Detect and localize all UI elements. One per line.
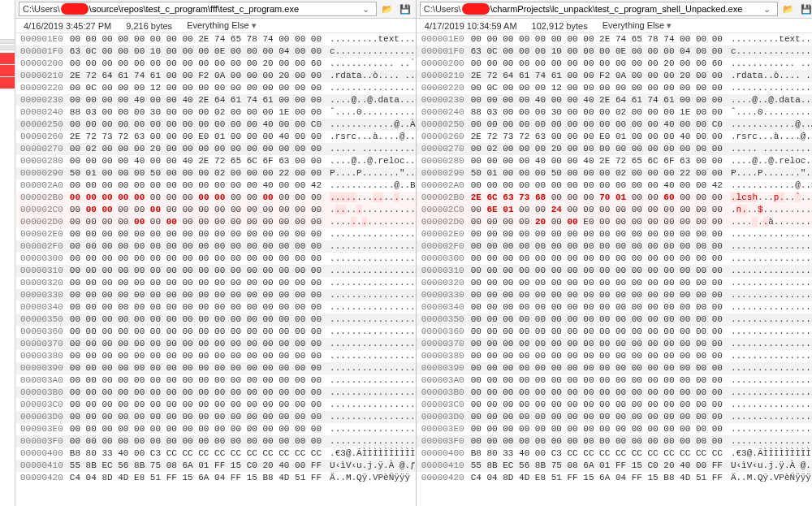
- right-metabar: 4/17/2019 10:34:59 AM 102,912 bytes Ever…: [417, 19, 812, 33]
- hex-row[interactable]: 000003D000 00 00 00 00 00 00 00 00 00 00…: [417, 411, 812, 423]
- hex-row[interactable]: 00000400B8 80 33 40 00 C3 CC CC CC CC CC…: [15, 448, 416, 460]
- gutter-diff-mark[interactable]: [0, 77, 15, 89]
- hex-row[interactable]: 000003F000 00 00 00 00 00 00 00 00 00 00…: [417, 435, 812, 448]
- hex-row[interactable]: 000003B000 00 00 00 00 00 00 00 00 00 00…: [15, 387, 416, 399]
- hex-row[interactable]: 0000023000 00 00 00 40 00 00 40 2E 64 61…: [15, 94, 416, 106]
- hex-row[interactable]: 0000032000 00 00 00 00 00 00 00 00 00 00…: [417, 277, 812, 289]
- ascii: .€3@.ÃÌÌÌÌÌÌÌÌÌÌ: [322, 448, 416, 460]
- hex-row[interactable]: 0000037000 00 00 00 00 00 00 00 00 00 00…: [15, 338, 416, 350]
- hex-bytes: 00 00 00 00 00 00 00 00 00 00 00 00 00 0…: [70, 411, 322, 423]
- hex-row[interactable]: 0000036000 00 00 00 00 00 00 00 00 00 00…: [15, 326, 416, 338]
- hex-row[interactable]: 000001F063 0C 00 00 00 10 00 00 00 0E 00…: [417, 45, 812, 58]
- hex-row[interactable]: 000003F000 00 00 00 00 00 00 00 00 00 00…: [15, 435, 416, 448]
- hex-row[interactable]: 0000032000 00 00 00 00 00 00 00 00 00 00…: [15, 277, 416, 289]
- hex-row[interactable]: 0000020000 00 00 00 00 00 00 00 00 00 00…: [15, 58, 416, 70]
- hex-row[interactable]: 000003C000 00 00 00 00 00 00 00 00 00 00…: [15, 399, 416, 411]
- right-hexview[interactable]: 000001E000 00 00 00 00 00 00 00 2E 74 65…: [417, 33, 812, 506]
- hex-row[interactable]: 0000039000 00 00 00 00 00 00 00 00 00 00…: [15, 362, 416, 374]
- offset: 00000400: [417, 448, 471, 460]
- hex-row[interactable]: 0000030000 00 00 00 00 00 00 00 00 00 00…: [417, 253, 812, 265]
- hex-row[interactable]: 0000034000 00 00 00 00 00 00 00 00 00 00…: [15, 301, 416, 314]
- hex-row[interactable]: 0000028000 00 00 00 40 00 00 40 2E 72 65…: [15, 155, 416, 167]
- gutter-diff-mark[interactable]: [0, 53, 15, 64]
- hex-row[interactable]: 000002D000 00 00 00 20 00 00 E0 00 00 00…: [417, 216, 812, 228]
- hex-row[interactable]: 000001E000 00 00 00 00 00 00 00 2E 74 65…: [15, 33, 416, 45]
- hex-row[interactable]: 0000029050 01 00 00 00 50 00 00 00 02 00…: [15, 167, 416, 179]
- hex-row[interactable]: 0000025000 00 00 00 00 00 00 00 00 00 00…: [417, 119, 812, 131]
- hex-row[interactable]: 000001E000 00 00 00 00 00 00 00 2E 74 65…: [417, 33, 812, 45]
- save-icon[interactable]: 💾: [799, 2, 812, 16]
- hex-row[interactable]: 000003E000 00 00 00 00 00 00 00 00 00 00…: [417, 423, 812, 435]
- hex-row[interactable]: 0000034000 00 00 00 00 00 00 00 00 00 00…: [417, 301, 812, 314]
- hex-row[interactable]: 000003D000 00 00 00 00 00 00 00 00 00 00…: [15, 411, 416, 423]
- open-folder-icon[interactable]: 📂: [781, 2, 796, 16]
- hex-row[interactable]: 0000039000 00 00 00 00 00 00 00 00 00 00…: [417, 362, 812, 374]
- hex-row[interactable]: 0000022000 0C 00 00 00 12 00 00 00 00 00…: [417, 82, 812, 94]
- hex-row[interactable]: 00000420C4 04 8D 4D E8 51 FF 15 6A 04 FF…: [417, 472, 812, 484]
- hex-row[interactable]: 000001F063 0C 00 00 00 10 00 00 00 0E 00…: [15, 45, 416, 58]
- hex-row[interactable]: 0000031000 00 00 00 00 00 00 00 00 00 00…: [15, 265, 416, 277]
- hex-row[interactable]: 0000031000 00 00 00 00 00 00 00 00 00 00…: [417, 265, 812, 277]
- right-path-input[interactable]: [490, 4, 760, 14]
- chevron-down-icon[interactable]: ⌄: [760, 4, 774, 15]
- hex-row[interactable]: 00000420C4 04 8D 4D E8 51 FF 15 6A 04 FF…: [15, 472, 416, 484]
- save-icon[interactable]: 💾: [398, 2, 412, 16]
- hex-row[interactable]: 0000023000 00 00 00 40 00 00 40 2E 64 61…: [417, 94, 812, 106]
- hex-row[interactable]: 000002B02E 6C 63 73 68 00 00 00 70 01 00…: [417, 192, 812, 204]
- left-filter-dropdown[interactable]: Everything Else: [187, 20, 257, 31]
- hex-row[interactable]: 0000035000 00 00 00 00 00 00 00 00 00 00…: [417, 314, 812, 326]
- hex-row[interactable]: 000003A000 00 00 00 00 00 00 00 00 00 00…: [417, 374, 812, 387]
- hex-row[interactable]: 0000024088 03 00 00 00 30 00 00 00 02 00…: [15, 106, 416, 119]
- hex-row[interactable]: 0000037000 00 00 00 00 00 00 00 00 00 00…: [417, 338, 812, 350]
- hex-row[interactable]: 000002602E 72 73 72 63 00 00 00 E0 01 00…: [417, 131, 812, 143]
- hex-row[interactable]: 000002C000 6E 01 00 00 24 00 00 00 00 00…: [417, 204, 812, 216]
- hex-row[interactable]: 0000038000 00 00 00 00 00 00 00 00 00 00…: [417, 350, 812, 362]
- hex-bytes: 00 00 00 00 00 00 00 00 00 00 00 00 00 0…: [471, 411, 723, 423]
- left-path-combo[interactable]: C:\Users\ ⌄: [19, 2, 377, 16]
- hex-row[interactable]: 0000038000 00 00 00 00 00 00 00 00 00 00…: [15, 350, 416, 362]
- hex-row[interactable]: 0000036000 00 00 00 00 00 00 00 00 00 00…: [417, 326, 812, 338]
- hex-row[interactable]: 000002F000 00 00 00 00 00 00 00 00 00 00…: [15, 240, 416, 253]
- hex-row[interactable]: 0000041055 8B EC 56 8B 75 08 6A 01 FF 15…: [417, 460, 812, 472]
- hex-row[interactable]: 000002602E 72 73 72 63 00 00 00 E0 01 00…: [15, 131, 416, 143]
- offset: 000002D0: [417, 216, 471, 228]
- chevron-down-icon[interactable]: ⌄: [359, 4, 373, 15]
- open-folder-icon[interactable]: 📂: [380, 2, 395, 16]
- hex-row[interactable]: 000002E000 00 00 00 00 00 00 00 00 00 00…: [417, 228, 812, 240]
- hex-row[interactable]: 0000027000 02 00 00 00 20 00 00 00 00 00…: [15, 143, 416, 155]
- hex-row[interactable]: 0000035000 00 00 00 00 00 00 00 00 00 00…: [15, 314, 416, 326]
- gutter-collapsed[interactable]: [0, 45, 15, 50]
- hex-row[interactable]: 000002A000 00 00 00 00 00 00 00 00 00 00…: [417, 179, 812, 192]
- hex-row[interactable]: 000002B000 00 00 00 00 00 00 00 00 00 00…: [15, 192, 416, 204]
- hex-row[interactable]: 000002102E 72 64 61 74 61 00 00 F2 0A 00…: [15, 70, 416, 82]
- hex-row[interactable]: 0000033000 00 00 00 00 00 00 00 00 00 00…: [15, 289, 416, 301]
- hex-row[interactable]: 0000025000 00 00 00 00 00 00 00 00 00 00…: [15, 119, 416, 131]
- hex-row[interactable]: 0000024088 03 00 00 00 30 00 00 00 02 00…: [417, 106, 812, 119]
- hex-row[interactable]: 000003A000 00 00 00 00 00 00 00 00 00 00…: [15, 374, 416, 387]
- hex-row[interactable]: 000002D000 00 00 00 00 00 00 00 00 00 00…: [15, 216, 416, 228]
- hex-row[interactable]: 0000041055 8B EC 56 8B 75 08 6A 01 FF 15…: [15, 460, 416, 472]
- hex-row[interactable]: 0000020000 00 00 00 00 00 00 00 00 00 00…: [417, 58, 812, 70]
- hex-row[interactable]: 000002A000 00 00 00 00 00 00 00 00 00 00…: [15, 179, 416, 192]
- hex-row[interactable]: 00000400B8 80 33 40 00 C3 CC CC CC CC CC…: [417, 448, 812, 460]
- hex-row[interactable]: 000003C000 00 00 00 00 00 00 00 00 00 00…: [417, 399, 812, 411]
- hex-row[interactable]: 0000033000 00 00 00 00 00 00 00 00 00 00…: [417, 289, 812, 301]
- right-path-combo[interactable]: C:\Users\ ⌄: [420, 2, 778, 16]
- hex-row[interactable]: 000003B000 00 00 00 00 00 00 00 00 00 00…: [417, 387, 812, 399]
- hex-row[interactable]: 0000027000 02 00 00 00 20 00 00 00 00 00…: [417, 143, 812, 155]
- hex-row[interactable]: 000002F000 00 00 00 00 00 00 00 00 00 00…: [417, 240, 812, 253]
- hex-row[interactable]: 000002102E 72 64 61 74 61 00 00 F2 0A 00…: [417, 70, 812, 82]
- hex-row[interactable]: 000002E000 00 00 00 00 00 00 00 00 00 00…: [15, 228, 416, 240]
- hex-row[interactable]: 0000022000 0C 00 00 00 12 00 00 00 00 00…: [15, 82, 416, 94]
- gutter-diff-mark[interactable]: [0, 65, 15, 76]
- hex-row[interactable]: 0000029050 01 00 00 00 50 00 00 00 02 00…: [417, 167, 812, 179]
- offset: 00000420: [417, 472, 471, 484]
- hex-row[interactable]: 0000030000 00 00 00 00 00 00 00 00 00 00…: [15, 253, 416, 265]
- left-hexview[interactable]: 000001E000 00 00 00 00 00 00 00 2E 74 65…: [15, 33, 416, 506]
- hex-row[interactable]: 0000028000 00 00 00 40 00 00 40 2E 72 65…: [417, 155, 812, 167]
- left-path-input[interactable]: [89, 4, 359, 14]
- hex-row[interactable]: 000003E000 00 00 00 00 00 00 00 00 00 00…: [15, 423, 416, 435]
- hex-row[interactable]: 000002C000 00 00 00 00 00 00 00 00 00 00…: [15, 204, 416, 216]
- right-filter-dropdown[interactable]: Everything Else: [603, 20, 672, 31]
- gutter-collapsed[interactable]: [0, 39, 15, 44]
